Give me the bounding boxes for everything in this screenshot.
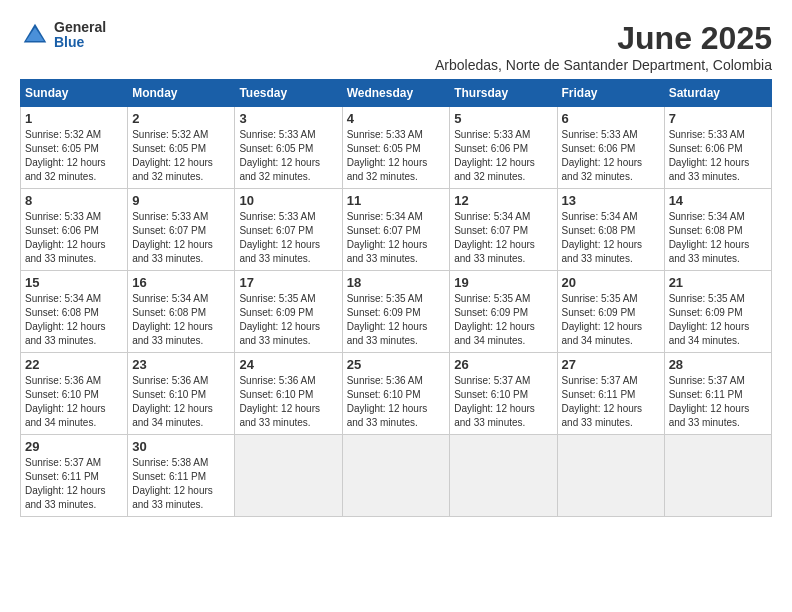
logo-icon: [20, 20, 50, 50]
location-title: Arboledas, Norte de Santander Department…: [435, 57, 772, 73]
day-number: 11: [347, 193, 446, 208]
day-info: Sunrise: 5:36 AM Sunset: 6:10 PM Dayligh…: [239, 374, 337, 430]
calendar-cell: 9Sunrise: 5:33 AM Sunset: 6:07 PM Daylig…: [128, 189, 235, 271]
day-number: 10: [239, 193, 337, 208]
day-info: Sunrise: 5:36 AM Sunset: 6:10 PM Dayligh…: [25, 374, 123, 430]
calendar-week-row: 8Sunrise: 5:33 AM Sunset: 6:06 PM Daylig…: [21, 189, 772, 271]
day-number: 15: [25, 275, 123, 290]
day-number: 22: [25, 357, 123, 372]
day-number: 14: [669, 193, 767, 208]
day-info: Sunrise: 5:38 AM Sunset: 6:11 PM Dayligh…: [132, 456, 230, 512]
day-number: 5: [454, 111, 552, 126]
day-info: Sunrise: 5:33 AM Sunset: 6:06 PM Dayligh…: [25, 210, 123, 266]
calendar-week-row: 1Sunrise: 5:32 AM Sunset: 6:05 PM Daylig…: [21, 107, 772, 189]
calendar-cell: 29Sunrise: 5:37 AM Sunset: 6:11 PM Dayli…: [21, 435, 128, 517]
calendar-cell: 14Sunrise: 5:34 AM Sunset: 6:08 PM Dayli…: [664, 189, 771, 271]
calendar-cell: 11Sunrise: 5:34 AM Sunset: 6:07 PM Dayli…: [342, 189, 450, 271]
calendar-cell: 3Sunrise: 5:33 AM Sunset: 6:05 PM Daylig…: [235, 107, 342, 189]
calendar-cell: 5Sunrise: 5:33 AM Sunset: 6:06 PM Daylig…: [450, 107, 557, 189]
logo-text: General Blue: [54, 20, 106, 51]
day-number: 8: [25, 193, 123, 208]
day-number: 7: [669, 111, 767, 126]
day-info: Sunrise: 5:35 AM Sunset: 6:09 PM Dayligh…: [239, 292, 337, 348]
calendar-cell: 28Sunrise: 5:37 AM Sunset: 6:11 PM Dayli…: [664, 353, 771, 435]
calendar-cell: 15Sunrise: 5:34 AM Sunset: 6:08 PM Dayli…: [21, 271, 128, 353]
calendar-cell: 12Sunrise: 5:34 AM Sunset: 6:07 PM Dayli…: [450, 189, 557, 271]
calendar-cell: 17Sunrise: 5:35 AM Sunset: 6:09 PM Dayli…: [235, 271, 342, 353]
calendar-cell: 7Sunrise: 5:33 AM Sunset: 6:06 PM Daylig…: [664, 107, 771, 189]
day-info: Sunrise: 5:34 AM Sunset: 6:07 PM Dayligh…: [347, 210, 446, 266]
calendar-cell: 6Sunrise: 5:33 AM Sunset: 6:06 PM Daylig…: [557, 107, 664, 189]
day-number: 24: [239, 357, 337, 372]
day-info: Sunrise: 5:34 AM Sunset: 6:08 PM Dayligh…: [669, 210, 767, 266]
day-number: 13: [562, 193, 660, 208]
calendar-cell: 23Sunrise: 5:36 AM Sunset: 6:10 PM Dayli…: [128, 353, 235, 435]
day-number: 6: [562, 111, 660, 126]
logo: General Blue: [20, 20, 106, 51]
day-number: 21: [669, 275, 767, 290]
calendar-cell: 22Sunrise: 5:36 AM Sunset: 6:10 PM Dayli…: [21, 353, 128, 435]
header-monday: Monday: [128, 80, 235, 107]
header-friday: Friday: [557, 80, 664, 107]
day-number: 28: [669, 357, 767, 372]
day-info: Sunrise: 5:33 AM Sunset: 6:06 PM Dayligh…: [562, 128, 660, 184]
header-tuesday: Tuesday: [235, 80, 342, 107]
calendar-header-row: SundayMondayTuesdayWednesdayThursdayFrid…: [21, 80, 772, 107]
day-info: Sunrise: 5:37 AM Sunset: 6:11 PM Dayligh…: [562, 374, 660, 430]
day-info: Sunrise: 5:35 AM Sunset: 6:09 PM Dayligh…: [669, 292, 767, 348]
calendar-cell: 20Sunrise: 5:35 AM Sunset: 6:09 PM Dayli…: [557, 271, 664, 353]
day-number: 12: [454, 193, 552, 208]
day-info: Sunrise: 5:37 AM Sunset: 6:11 PM Dayligh…: [669, 374, 767, 430]
calendar-cell: 13Sunrise: 5:34 AM Sunset: 6:08 PM Dayli…: [557, 189, 664, 271]
calendar-cell: 18Sunrise: 5:35 AM Sunset: 6:09 PM Dayli…: [342, 271, 450, 353]
calendar-cell: 16Sunrise: 5:34 AM Sunset: 6:08 PM Dayli…: [128, 271, 235, 353]
day-info: Sunrise: 5:33 AM Sunset: 6:06 PM Dayligh…: [454, 128, 552, 184]
calendar-cell: 27Sunrise: 5:37 AM Sunset: 6:11 PM Dayli…: [557, 353, 664, 435]
day-info: Sunrise: 5:34 AM Sunset: 6:08 PM Dayligh…: [562, 210, 660, 266]
calendar-cell: 2Sunrise: 5:32 AM Sunset: 6:05 PM Daylig…: [128, 107, 235, 189]
header-sunday: Sunday: [21, 80, 128, 107]
calendar-cell: 1Sunrise: 5:32 AM Sunset: 6:05 PM Daylig…: [21, 107, 128, 189]
day-info: Sunrise: 5:32 AM Sunset: 6:05 PM Dayligh…: [132, 128, 230, 184]
calendar-cell: [664, 435, 771, 517]
calendar-week-row: 22Sunrise: 5:36 AM Sunset: 6:10 PM Dayli…: [21, 353, 772, 435]
day-info: Sunrise: 5:34 AM Sunset: 6:08 PM Dayligh…: [132, 292, 230, 348]
calendar-cell: 24Sunrise: 5:36 AM Sunset: 6:10 PM Dayli…: [235, 353, 342, 435]
calendar-cell: 10Sunrise: 5:33 AM Sunset: 6:07 PM Dayli…: [235, 189, 342, 271]
logo-general-text: General: [54, 20, 106, 35]
calendar-cell: [557, 435, 664, 517]
day-number: 30: [132, 439, 230, 454]
calendar-cell: 8Sunrise: 5:33 AM Sunset: 6:06 PM Daylig…: [21, 189, 128, 271]
day-number: 2: [132, 111, 230, 126]
day-info: Sunrise: 5:34 AM Sunset: 6:07 PM Dayligh…: [454, 210, 552, 266]
month-title: June 2025: [435, 20, 772, 57]
day-info: Sunrise: 5:37 AM Sunset: 6:10 PM Dayligh…: [454, 374, 552, 430]
calendar-cell: 25Sunrise: 5:36 AM Sunset: 6:10 PM Dayli…: [342, 353, 450, 435]
day-number: 3: [239, 111, 337, 126]
day-info: Sunrise: 5:36 AM Sunset: 6:10 PM Dayligh…: [347, 374, 446, 430]
day-info: Sunrise: 5:33 AM Sunset: 6:07 PM Dayligh…: [132, 210, 230, 266]
day-number: 1: [25, 111, 123, 126]
header: General Blue June 2025 Arboledas, Norte …: [20, 20, 772, 73]
calendar-cell: 26Sunrise: 5:37 AM Sunset: 6:10 PM Dayli…: [450, 353, 557, 435]
day-info: Sunrise: 5:34 AM Sunset: 6:08 PM Dayligh…: [25, 292, 123, 348]
title-area: June 2025 Arboledas, Norte de Santander …: [435, 20, 772, 73]
day-number: 25: [347, 357, 446, 372]
day-number: 9: [132, 193, 230, 208]
calendar-cell: 21Sunrise: 5:35 AM Sunset: 6:09 PM Dayli…: [664, 271, 771, 353]
day-number: 19: [454, 275, 552, 290]
day-number: 26: [454, 357, 552, 372]
calendar-cell: [235, 435, 342, 517]
calendar-cell: 4Sunrise: 5:33 AM Sunset: 6:05 PM Daylig…: [342, 107, 450, 189]
calendar-cell: 30Sunrise: 5:38 AM Sunset: 6:11 PM Dayli…: [128, 435, 235, 517]
day-number: 23: [132, 357, 230, 372]
day-info: Sunrise: 5:35 AM Sunset: 6:09 PM Dayligh…: [347, 292, 446, 348]
calendar-week-row: 15Sunrise: 5:34 AM Sunset: 6:08 PM Dayli…: [21, 271, 772, 353]
calendar-cell: [450, 435, 557, 517]
day-number: 4: [347, 111, 446, 126]
calendar-table: SundayMondayTuesdayWednesdayThursdayFrid…: [20, 79, 772, 517]
day-number: 27: [562, 357, 660, 372]
day-number: 18: [347, 275, 446, 290]
day-info: Sunrise: 5:35 AM Sunset: 6:09 PM Dayligh…: [454, 292, 552, 348]
day-info: Sunrise: 5:36 AM Sunset: 6:10 PM Dayligh…: [132, 374, 230, 430]
